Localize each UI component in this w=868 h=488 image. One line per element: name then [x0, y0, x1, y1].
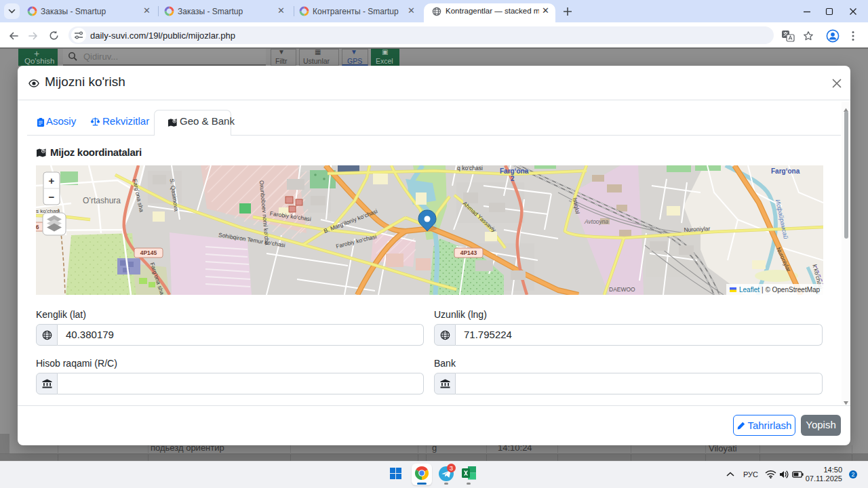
svg-text:Avtooyna: Avtooyna: [584, 218, 609, 225]
svg-text:4P145: 4P145: [140, 249, 157, 256]
svg-text:DAEWOO: DAEWOO: [609, 286, 635, 293]
svg-text:Nuroniylar: Nuroniylar: [684, 225, 710, 233]
svg-text:6: 6: [36, 224, 39, 230]
svg-text:O’rtashura: O’rtashura: [83, 196, 121, 205]
svg-text:Leaflet: Leaflet: [739, 286, 760, 293]
svg-text:2: 2: [511, 175, 515, 182]
svg-text:| © OpenStreetMap: | © OpenStreetMap: [762, 286, 821, 293]
svg-text:Farg‘ona: Farg‘ona: [500, 167, 529, 175]
svg-text:4P143: 4P143: [460, 249, 477, 256]
svg-text:+: +: [49, 175, 55, 186]
svg-text:Farg‘ona: Farg‘ona: [771, 167, 800, 175]
svg-text:−: −: [49, 191, 55, 203]
svg-text:q ko‘chasi: q ko‘chasi: [457, 165, 483, 171]
